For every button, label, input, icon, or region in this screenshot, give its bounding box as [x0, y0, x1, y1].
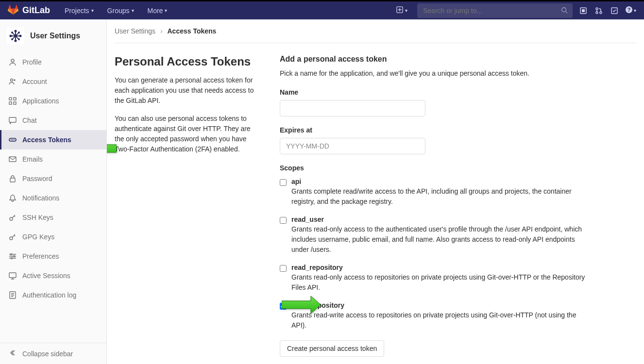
- main-content: User Settings › Access Tokens Personal A…: [107, 19, 644, 364]
- name-label: Name: [280, 88, 591, 96]
- sidebar-item-label: Emails: [22, 155, 43, 163]
- merge-requests-icon[interactable]: [594, 6, 604, 16]
- emails-icon: [9, 155, 17, 163]
- scope-checkbox-read_repository[interactable]: [280, 265, 287, 272]
- breadcrumb: User Settings › Access Tokens: [115, 19, 636, 43]
- avatar-icon: [7, 27, 24, 45]
- annotation-arrow-2: [282, 296, 321, 315]
- sidebar-item-label: Notifications: [22, 194, 59, 202]
- sidebar-item-preferences[interactable]: Preferences: [0, 247, 106, 266]
- scope-checkbox-read_user[interactable]: [280, 217, 287, 224]
- help-icon: ?: [625, 6, 633, 15]
- svg-point-4: [596, 8, 598, 10]
- sidebar-item-profile[interactable]: Profile: [0, 52, 106, 72]
- gitlab-logo-icon: [8, 4, 18, 17]
- svg-point-1: [562, 7, 566, 12]
- svg-point-34: [14, 139, 15, 140]
- sessions-icon: [9, 272, 17, 280]
- scope-name: api: [291, 178, 591, 185]
- svg-point-6: [600, 12, 602, 14]
- svg-point-32: [11, 139, 12, 140]
- svg-text:?: ?: [627, 7, 631, 13]
- page-desc-1: You can generate a personal access token…: [115, 75, 260, 106]
- svg-rect-30: [9, 117, 16, 122]
- svg-rect-3: [582, 9, 585, 12]
- page-description: Personal Access Tokens You can generate …: [115, 55, 260, 357]
- chevron-down-icon: ▾: [132, 8, 134, 13]
- annotation-arrow-1: [107, 140, 117, 159]
- scope-name: write_repository: [291, 301, 591, 309]
- sidebar-header: User Settings: [0, 19, 106, 52]
- search-icon: [561, 7, 568, 15]
- sidebar-item-label: Password: [22, 175, 52, 182]
- help-menu[interactable]: ? ▾: [625, 6, 636, 15]
- sidebar-item-emails[interactable]: Emails: [0, 149, 106, 169]
- scope-api: apiGrants complete read/write access to …: [280, 178, 591, 207]
- sidebar-item-label: SSH Keys: [22, 214, 53, 221]
- svg-rect-42: [9, 273, 16, 278]
- scope-desc: Grants read-only access to repositories …: [291, 272, 591, 293]
- svg-point-24: [11, 59, 14, 62]
- search-input[interactable]: [417, 3, 573, 18]
- chevron-down-icon: ▾: [91, 8, 94, 13]
- name-input[interactable]: [280, 100, 425, 116]
- chevron-down-icon: ▾: [634, 8, 636, 13]
- sidebar-item-label: Authentication log: [22, 291, 76, 299]
- chevron-down-icon: ▾: [405, 8, 407, 13]
- scopes-label: Scopes: [280, 164, 591, 172]
- profile-icon: [9, 58, 17, 66]
- sidebar-item-ssh-keys[interactable]: SSH Keys: [0, 208, 106, 227]
- nav-projects[interactable]: Projects ▾: [60, 4, 99, 17]
- chevron-down-icon: ▾: [165, 8, 167, 13]
- scopes-list: apiGrants complete read/write access to …: [280, 178, 591, 331]
- breadcrumb-root[interactable]: User Settings: [115, 27, 155, 35]
- svg-point-5: [596, 12, 598, 14]
- form-title: Add a personal access token: [280, 55, 591, 64]
- scope-desc: Grants read-write access to repositories…: [291, 310, 591, 331]
- sidebar-item-notifications[interactable]: Notifications: [0, 188, 106, 208]
- preferences-icon: [9, 252, 17, 260]
- sidebar-item-label: Account: [22, 78, 47, 85]
- topbar-right: ▾ ? ▾: [392, 3, 636, 18]
- expires-label: Expires at: [280, 126, 591, 134]
- svg-point-25: [11, 79, 13, 82]
- sidebar-item-password[interactable]: Password: [0, 169, 106, 188]
- sidebar-item-label: Profile: [22, 58, 42, 66]
- sidebar-item-label: GPG Keys: [22, 233, 54, 241]
- logo[interactable]: GitLab: [8, 4, 50, 17]
- create-token-button[interactable]: Create personal access token: [280, 340, 384, 357]
- topbar: GitLab Projects ▾ Groups ▾ More ▾ ▾: [0, 0, 644, 19]
- sidebar-item-access-tokens[interactable]: Access Tokens: [0, 130, 106, 149]
- scope-checkbox-api[interactable]: [280, 179, 287, 186]
- applications-icon: [9, 97, 17, 105]
- scope-read_user: read_userGrants read-only access to the …: [280, 215, 591, 255]
- todos-icon[interactable]: [610, 6, 619, 16]
- collapse-icon: [9, 349, 17, 358]
- nav-groups[interactable]: Groups ▾: [102, 4, 139, 17]
- account-icon: [9, 78, 17, 85]
- log-icon: [9, 291, 17, 299]
- password-icon: [9, 175, 17, 182]
- chat-icon: [9, 116, 17, 124]
- collapse-label: Collapse sidebar: [22, 350, 73, 358]
- sidebar-item-gpg-keys[interactable]: GPG Keys: [0, 227, 106, 247]
- collapse-sidebar[interactable]: Collapse sidebar: [0, 343, 106, 364]
- expires-input[interactable]: [280, 138, 425, 154]
- new-menu-button[interactable]: ▾: [392, 4, 411, 17]
- sidebar-item-authentication-log[interactable]: Authentication log: [0, 285, 106, 305]
- svg-point-33: [12, 139, 13, 140]
- sidebar-item-chat[interactable]: Chat: [0, 111, 106, 130]
- nav-more[interactable]: More ▾: [143, 4, 172, 17]
- issues-icon[interactable]: [578, 6, 588, 16]
- svg-rect-29: [14, 102, 16, 104]
- sidebar-items: ProfileAccountApplicationsChatAccess Tok…: [0, 52, 106, 343]
- key-icon: [9, 214, 17, 221]
- scope-desc: Grants read-only access to the authentic…: [291, 224, 591, 255]
- page-desc-2: You can also use personal access tokens …: [115, 114, 260, 154]
- sidebar-item-active-sessions[interactable]: Active Sessions: [0, 266, 106, 285]
- svg-rect-36: [10, 178, 15, 182]
- svg-rect-26: [9, 98, 12, 100]
- sidebar-item-applications[interactable]: Applications: [0, 91, 106, 111]
- sidebar-title: User Settings: [30, 32, 80, 40]
- sidebar-item-account[interactable]: Account: [0, 72, 106, 91]
